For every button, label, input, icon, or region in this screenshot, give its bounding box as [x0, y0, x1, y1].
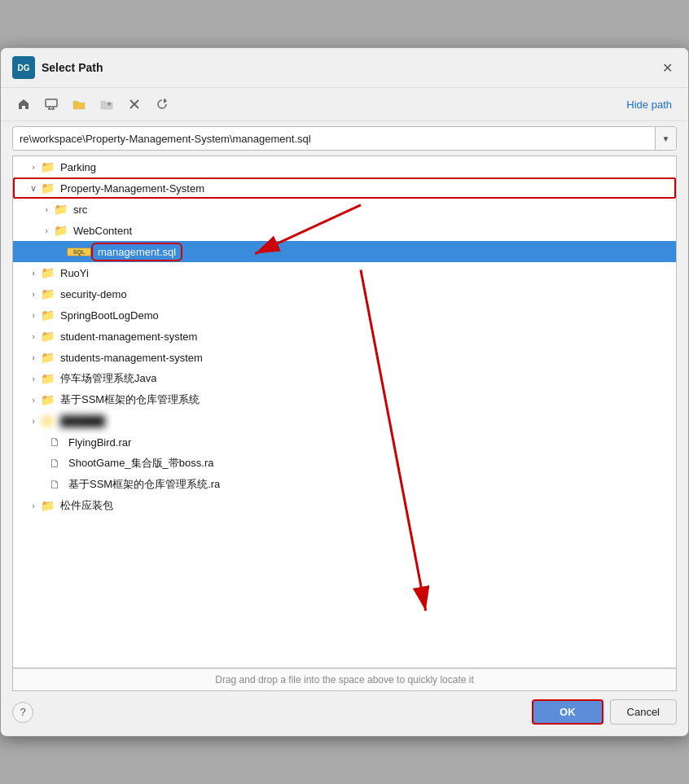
- desktop-button[interactable]: [40, 93, 63, 116]
- folder-icon: 📁: [41, 182, 57, 195]
- dialog-title: Select Path: [42, 61, 651, 74]
- path-dropdown-button[interactable]: ▼: [655, 127, 676, 150]
- expand-arrow: ›: [39, 204, 54, 214]
- tree-item-parking-java[interactable]: › 📁 停车场管理系统Java: [13, 368, 676, 389]
- item-label: ██████: [60, 415, 105, 427]
- tree-item-ruoyi[interactable]: › 📁 RuoYi: [13, 262, 676, 283]
- expand-arrow: ›: [39, 226, 54, 235]
- tree-item-students-mgmt[interactable]: › 📁 students-management-system: [13, 347, 676, 368]
- folder-icon: 📁: [41, 499, 57, 512]
- new-folder-button[interactable]: [95, 93, 118, 116]
- expand-arrow: ›: [26, 331, 41, 341]
- path-bar: ▼: [12, 126, 677, 151]
- home-button[interactable]: [12, 93, 35, 116]
- tree-item-parking[interactable]: › 📁 Parking: [13, 156, 676, 177]
- close-button[interactable]: ✕: [657, 58, 677, 77]
- folder-icon: 📁: [54, 224, 70, 237]
- folder-icon: 📁: [41, 309, 57, 322]
- item-label: students-management-system: [60, 352, 203, 364]
- expand-arrow: ›: [26, 416, 41, 426]
- item-label: 松件应装包: [60, 498, 113, 513]
- expand-arrow: ›: [26, 395, 41, 405]
- delete-button[interactable]: [123, 93, 146, 116]
- tree-item-shootgame[interactable]: 🗋 ShootGame_集合版_带boss.ra: [13, 453, 676, 474]
- folder-icon: 📁: [41, 330, 57, 343]
- expand-arrow: ›: [26, 310, 41, 320]
- item-label: 停车场管理系统Java: [60, 371, 156, 386]
- item-label: RuoYi: [60, 267, 89, 279]
- expand-arrow: ›: [26, 501, 41, 510]
- item-label: 基于SSM框架的仓库管理系统.ra: [68, 477, 220, 492]
- select-path-dialog: DG Select Path ✕: [0, 47, 689, 737]
- tree-item-springbootlog[interactable]: › 📁 SpringBootLogDemo: [13, 304, 676, 326]
- tree-item-management-sql[interactable]: SQL management.sql: [13, 241, 676, 262]
- item-label: Property-Management-System: [60, 182, 204, 195]
- toolbar: Hide path: [1, 88, 688, 121]
- folder-button[interactable]: [68, 93, 90, 116]
- tree-item-ssm-rar[interactable]: 🗋 基于SSM框架的仓库管理系统.ra: [13, 474, 676, 495]
- item-label: Parking: [60, 161, 96, 173]
- cancel-button[interactable]: Cancel: [610, 699, 677, 725]
- tree-item-blurred[interactable]: › 📁 ██████: [13, 410, 676, 431]
- item-label: security-demo: [60, 288, 127, 300]
- item-label: src: [73, 204, 87, 216]
- folder-icon: 📁: [41, 414, 57, 427]
- folder-icon: 📁: [41, 372, 57, 385]
- folder-icon: 📁: [41, 266, 57, 279]
- tree-item-src[interactable]: › 📁 src: [13, 199, 676, 220]
- expand-arrow: ∨: [26, 183, 41, 194]
- folder-icon: 📁: [41, 351, 57, 364]
- ok-button[interactable]: OK: [532, 699, 603, 725]
- bottom-bar: ? OK Cancel: [1, 691, 688, 736]
- expand-arrow: ›: [26, 268, 41, 278]
- file-icon: 🗋: [49, 436, 65, 449]
- help-button[interactable]: ?: [12, 702, 33, 723]
- tree-item-webcontent[interactable]: › 📁 WebContent: [13, 220, 676, 241]
- item-label: 基于SSM框架的仓库管理系统: [60, 392, 200, 407]
- app-icon: DG: [12, 56, 35, 79]
- tree-item-security-demo[interactable]: › 📁 security-demo: [13, 283, 676, 304]
- folder-icon: 📁: [41, 287, 57, 300]
- file-icon: 🗋: [49, 457, 65, 470]
- item-label: SpringBootLogDemo: [60, 309, 159, 322]
- folder-icon: 📁: [41, 160, 57, 173]
- action-buttons: OK Cancel: [532, 699, 677, 725]
- item-label: management.sql: [94, 246, 179, 258]
- expand-arrow: ›: [26, 374, 41, 383]
- drag-hint: Drag and drop a file into the space abov…: [12, 668, 677, 691]
- folder-icon: 📁: [41, 393, 57, 406]
- tree-item-ssm-warehouse[interactable]: › 📁 基于SSM框架的仓库管理系统: [13, 389, 676, 410]
- path-input[interactable]: [13, 129, 655, 149]
- title-bar: DG Select Path ✕: [1, 48, 688, 88]
- sql-file-icon: SQL: [67, 247, 91, 256]
- item-label: FlyingBird.rar: [68, 436, 131, 449]
- hide-path-button[interactable]: Hide path: [621, 95, 677, 114]
- file-tree[interactable]: › 📁 Parking ∨ 📁 Property-Management-Syst…: [12, 155, 677, 668]
- tree-item-pms[interactable]: ∨ 📁 Property-Management-System: [13, 177, 676, 199]
- expand-arrow: ›: [26, 289, 41, 299]
- folder-icon: 📁: [54, 203, 70, 216]
- expand-arrow: ›: [26, 162, 41, 172]
- svg-rect-0: [46, 99, 57, 107]
- tree-item-last[interactable]: › 📁 松件应装包: [13, 495, 676, 516]
- refresh-button[interactable]: [151, 93, 173, 116]
- item-label: ShootGame_集合版_带boss.ra: [68, 456, 213, 471]
- file-icon: 🗋: [49, 478, 65, 491]
- tree-item-student-mgmt[interactable]: › 📁 student-management-system: [13, 326, 676, 347]
- item-label: student-management-system: [60, 331, 197, 343]
- expand-arrow: ›: [26, 353, 41, 362]
- item-label: WebContent: [73, 225, 132, 237]
- tree-item-flyingbird[interactable]: 🗋 FlyingBird.rar: [13, 431, 676, 453]
